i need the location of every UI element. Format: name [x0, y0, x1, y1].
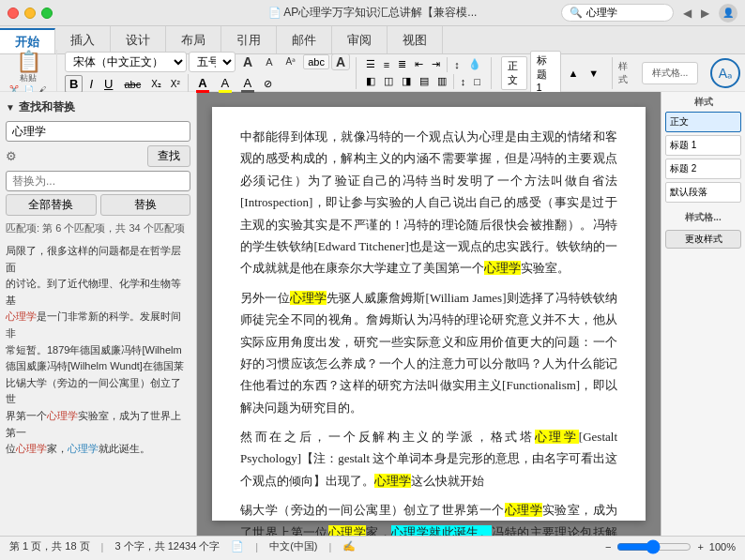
title-bar: 📄 AP心理学万字知识汇总讲解【兼容模... 🔍 ◀ ▶ 👤 — [0, 0, 745, 26]
clear-format-button[interactable]: ⊘ — [260, 77, 276, 91]
find-replace-sidebar: ▼ 查找和替换 ⚙ 查找 全部替换 替换 匹配项: 第 6 个匹配项，共 34 … — [0, 92, 197, 536]
strikethrough-button[interactable]: abc — [119, 77, 145, 92]
user-avatar[interactable]: 👤 — [719, 4, 737, 23]
distribute-button[interactable]: ▥ — [433, 74, 450, 88]
highlight-psychology-4: 心理学 — [374, 474, 411, 488]
zoom-out-icon[interactable]: − — [605, 541, 611, 552]
match-detail: 局限了，很多这样的问题都是在哲学层面 的讨论。到了近代物理、化学和生物等基 心理… — [6, 243, 190, 458]
replace-all-button[interactable]: 全部替换 — [6, 194, 97, 216]
indent-less-button[interactable]: ⇤ — [411, 57, 427, 71]
align-left-button[interactable]: ◧ — [362, 74, 379, 88]
highlight-psychology-1: 心理学 — [484, 261, 521, 275]
match-highlight-4: 心理学 — [68, 443, 99, 454]
tab-design[interactable]: 设计 — [111, 26, 166, 53]
highlight-button[interactable]: A — [215, 75, 236, 94]
list-multi-button[interactable]: ≣ — [394, 57, 410, 71]
highlight-psychology-7: 心理学就此诞生。 — [391, 525, 492, 536]
nav-prev-button[interactable]: ◀ — [679, 5, 695, 22]
document-page[interactable]: 中都能得到体现，就像冯特的一个观点认为心理是由主观的情绪和客观的感受构成的，解构… — [212, 107, 646, 521]
maximize-button[interactable] — [41, 8, 53, 19]
sidebar-toggle-icon: ▼ — [6, 102, 15, 113]
highlight-psychology-3: 心理学 — [535, 430, 579, 444]
style-heading1[interactable]: 标题 1 — [530, 51, 562, 96]
replace-buttons: 全部替换 替换 — [6, 194, 190, 216]
clipboard-group: 📋 粘贴 ✂️ 📄 🖌 — [4, 50, 57, 96]
match-line-2: 的讨论。到了近代物理、化学和生物等基 — [6, 276, 190, 309]
title-bar-right: 🔍 ◀ ▶ 👤 — [561, 4, 737, 23]
close-button[interactable] — [8, 8, 19, 19]
nav-next-button[interactable]: ▶ — [697, 5, 713, 22]
sort-button[interactable]: ↕ — [450, 58, 464, 71]
font-color-button[interactable]: A — [192, 75, 213, 94]
doc-para-3: 然而在之后，一个反解构主义的学派，格式塔心理学[Gestalt Psycholo… — [240, 426, 617, 492]
list-number-button[interactable]: ≡ — [380, 58, 393, 71]
tab-insert[interactable]: 插入 — [55, 26, 111, 53]
tab-view[interactable]: 视图 — [388, 26, 443, 53]
search-section: ⚙ 查找 — [6, 121, 190, 167]
highlight-psychology-5: 心理学 — [505, 503, 542, 517]
zoom-section: − + 100% — [605, 539, 736, 554]
tab-bar: 开始 插入 设计 布局 引用 邮件 审阅 视图 — [0, 26, 745, 54]
tab-layout[interactable]: 布局 — [166, 26, 221, 53]
style-label: 样式 — [618, 60, 634, 86]
bold-button[interactable]: B — [65, 75, 83, 93]
style-h1-btn[interactable]: 标题 1 — [665, 135, 741, 156]
find-button[interactable]: 查找 — [147, 145, 190, 167]
title-search-box[interactable]: 🔍 — [561, 4, 674, 22]
style-normal[interactable]: 正文 — [501, 56, 527, 90]
underline-button[interactable]: U — [99, 75, 117, 93]
shading-button[interactable]: 💧 — [464, 57, 485, 71]
find-input[interactable] — [12, 125, 184, 138]
format-circle-icon[interactable]: Aₐ — [710, 58, 740, 88]
title-search-input[interactable] — [586, 8, 643, 19]
sidebar-header[interactable]: ▼ 查找和替换 — [6, 98, 190, 117]
tab-mail[interactable]: 邮件 — [277, 26, 332, 53]
align-right-button[interactable]: ◨ — [398, 74, 415, 88]
paragraph-controls: ☰ ≡ ≣ ⇤ ⇥ ↕ 💧 ◧ ◫ ◨ ▤ ▥ ↕ □ — [362, 57, 485, 89]
font-style-button[interactable]: A — [331, 53, 350, 70]
right-style-panel: 样式 正文 标题 1 标题 2 默认段落 样式格... 更改样式 — [661, 92, 745, 536]
tab-review[interactable]: 审阅 — [332, 26, 388, 53]
font-size-decrease[interactable]: A — [260, 54, 278, 69]
align-justify-button[interactable]: ▤ — [416, 74, 433, 88]
highlight-psychology-2: 心理学 — [290, 291, 327, 305]
traffic-lights — [8, 8, 53, 19]
list-bullet-button[interactable]: ☰ — [362, 57, 379, 71]
style-scroll-down[interactable]: ▼ — [585, 67, 602, 80]
style-normal-btn[interactable]: 正文 — [665, 112, 741, 132]
zoom-slider[interactable] — [616, 539, 692, 554]
doc-para-1: 中都能得到体现，就像冯特的一个观点认为心理是由主观的情绪和客观的感受构成的，解构… — [240, 126, 617, 280]
tab-reference[interactable]: 引用 — [221, 26, 277, 53]
subscript-button[interactable]: X₂ — [147, 78, 165, 90]
replace-input[interactable] — [6, 171, 190, 191]
paste-icon: 📋 — [16, 52, 41, 72]
superscript-button[interactable]: X² — [167, 78, 184, 90]
minimize-button[interactable] — [24, 8, 36, 19]
font-size-select[interactable]: 五号 四号 三号 — [189, 52, 236, 72]
style-gallery-label: 样式格... — [665, 211, 741, 224]
style-scroll-up[interactable]: ▲ — [564, 67, 582, 80]
indent-more-button[interactable]: ⇥ — [428, 57, 444, 71]
font-controls: 宋体（中文正文） 五号 四号 三号 A A Aᵃ abc A B I U abc… — [65, 52, 350, 95]
change-style-button[interactable]: 更改样式 — [665, 230, 741, 249]
zoom-in-icon[interactable]: + — [697, 541, 703, 552]
font-size-increase[interactable]: A — [237, 53, 258, 71]
tracking-icon: ✍ — [342, 540, 356, 552]
doc-area[interactable]: 中都能得到体现，就像冯特的一个观点认为心理是由主观的情绪和客观的感受构成的，解构… — [197, 92, 661, 536]
font-family-select[interactable]: 宋体（中文正文） — [65, 52, 187, 72]
replace-button[interactable]: 替换 — [100, 194, 191, 216]
italic-button[interactable]: I — [84, 75, 98, 93]
style-controls: 正文 标题 1 ▲ ▼ — [497, 51, 607, 96]
match-line-4: 常短暂。1879年德国威廉冯特[Wilhelm — [6, 342, 190, 359]
style-h2-btn[interactable]: 标题 2 — [665, 159, 741, 179]
align-center-button[interactable]: ◫ — [380, 74, 397, 88]
border-button[interactable]: □ — [470, 75, 484, 88]
line-spacing-button[interactable]: ↕ — [457, 75, 470, 88]
right-toolbar: 样式 — [618, 60, 634, 86]
style-default-btn[interactable]: 默认段落 — [665, 182, 741, 203]
search-options-icon[interactable]: ⚙ — [6, 149, 17, 163]
change-case-button[interactable]: Aᵃ — [280, 54, 301, 68]
match-highlight-2: 心理学 — [47, 410, 78, 421]
font-color2-button[interactable]: A — [237, 75, 258, 94]
search-input-box[interactable] — [6, 121, 190, 142]
